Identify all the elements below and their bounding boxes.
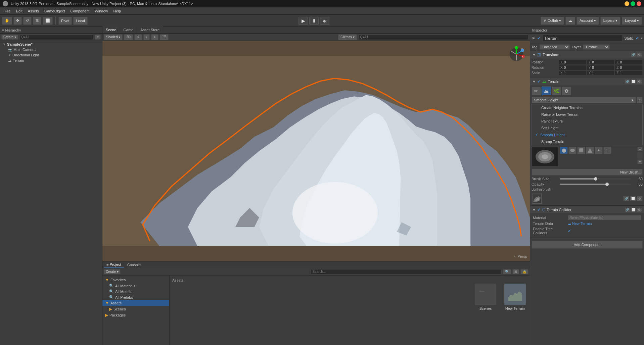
rot-x-field[interactable]: X 0 bbox=[559, 65, 587, 70]
paint-texture-item[interactable]: Paint Texture bbox=[532, 118, 642, 125]
static-dropdown-icon[interactable]: ▾ bbox=[641, 37, 643, 40]
brush-scroll-down[interactable]: ▼ bbox=[637, 159, 643, 164]
terrain-enabled-checkbox[interactable]: ✔ bbox=[537, 79, 541, 84]
layers-btn[interactable]: Layers ▾ bbox=[600, 17, 620, 25]
brush-opt-5[interactable]: ✦ bbox=[595, 147, 603, 154]
hierarchy-light-item[interactable]: ☀ Directional Light bbox=[5, 52, 102, 58]
light-toggle-btn[interactable]: ☀ bbox=[134, 34, 142, 40]
layout-btn[interactable]: Layout ▾ bbox=[622, 17, 642, 25]
brush-ctrl-1[interactable]: 🔗 bbox=[623, 196, 629, 201]
brush-opt-6[interactable]: ⬚ bbox=[603, 147, 611, 154]
terrain-data-value[interactable]: ⛰ New Terrain bbox=[568, 221, 592, 226]
console-tab[interactable]: Console bbox=[125, 262, 143, 267]
create-neighbor-item[interactable]: Create Neighbor Terrains bbox=[532, 104, 642, 111]
all-materials-item[interactable]: 🔍 All Materials bbox=[102, 283, 169, 289]
project-create-btn[interactable]: Create ▾ bbox=[104, 269, 121, 274]
scale-y-field[interactable]: Y 1 bbox=[587, 70, 615, 76]
terrain-collider-header[interactable]: ▼ ✔ ⬡ Terrain Collider 🔗 ⬜ ⚙ bbox=[530, 206, 644, 213]
terrain-sculpt-btn[interactable]: ⛰ bbox=[542, 87, 551, 95]
pos-x-field[interactable]: X 0 bbox=[559, 60, 587, 65]
game-tab[interactable]: Game bbox=[120, 27, 137, 33]
scene-canvas[interactable]: Y Z X < Persp bbox=[102, 41, 530, 261]
transform-link-btn[interactable]: 🔗 bbox=[631, 52, 636, 57]
cloud-btn[interactable]: ☁ bbox=[565, 17, 575, 25]
menu-gameobject[interactable]: GameObject bbox=[42, 8, 68, 14]
2d-btn[interactable]: 2D bbox=[124, 34, 133, 40]
favorites-folder[interactable]: ▼ Favorites bbox=[102, 277, 169, 283]
shaded-btn[interactable]: Shaded ▾ bbox=[104, 34, 123, 40]
step-btn[interactable]: ⏭ bbox=[320, 17, 329, 25]
static-checkbox[interactable]: ✔ bbox=[636, 36, 639, 41]
brush-preview[interactable] bbox=[532, 147, 558, 167]
terrain-paint-btn[interactable]: ✏ bbox=[532, 87, 541, 95]
menu-file[interactable]: File bbox=[2, 8, 13, 14]
terrain-comp-header[interactable]: ▼ ✔ ⛰ Terrain 🔗 ⬜ ⚙ bbox=[530, 78, 644, 85]
project-options-btn[interactable]: ⊞ bbox=[512, 269, 519, 274]
project-search-btn[interactable]: 🔍 bbox=[503, 269, 511, 274]
pause-btn[interactable]: ⏸ bbox=[309, 17, 319, 25]
object-visible-icon[interactable]: 👁 bbox=[532, 36, 535, 40]
scene-tab[interactable]: Scene bbox=[102, 27, 120, 33]
audio-toggle-btn[interactable]: ♪ bbox=[143, 34, 150, 40]
terrain-settings-btn[interactable]: ⚙ bbox=[637, 79, 642, 84]
pivot-btn[interactable]: Pivot bbox=[58, 17, 72, 25]
menu-component[interactable]: Component bbox=[67, 8, 92, 14]
collider-settings-btn[interactable]: ⚙ bbox=[637, 207, 642, 212]
builtin-brush-icon[interactable] bbox=[532, 193, 542, 204]
brush-opt-4[interactable] bbox=[586, 147, 594, 154]
rot-y-field[interactable]: Y 0 bbox=[587, 65, 615, 70]
brush-opt-3[interactable] bbox=[577, 147, 585, 154]
account-btn[interactable]: Account ▾ bbox=[577, 17, 599, 25]
rot-z-field[interactable]: Z 0 bbox=[615, 65, 643, 70]
all-prefabs-item[interactable]: 🔍 All Prefabs bbox=[102, 294, 169, 300]
transform-hand-btn[interactable]: ✋ bbox=[2, 17, 12, 25]
layer-select[interactable]: Default bbox=[583, 44, 610, 50]
camera-toggle-btn[interactable]: 🎬 bbox=[160, 34, 169, 40]
hierarchy-terrain-item[interactable]: ⛰ Terrain bbox=[5, 58, 102, 63]
object-name-field[interactable] bbox=[543, 35, 622, 42]
tag-select[interactable]: Untagged bbox=[540, 44, 570, 50]
menu-edit[interactable]: Edit bbox=[13, 8, 25, 14]
hierarchy-create-btn[interactable]: Create ▾ bbox=[1, 35, 18, 40]
project-tab[interactable]: ≡ Project bbox=[104, 262, 124, 267]
assets-folder[interactable]: ▼ Assets bbox=[102, 300, 169, 306]
transform-settings-btn[interactable]: ⚙ bbox=[637, 52, 642, 57]
brush-ctrl-3[interactable]: ⚙ bbox=[637, 196, 643, 201]
opacity-thumb[interactable] bbox=[605, 183, 609, 186]
collider-enabled-checkbox[interactable]: ✔ bbox=[537, 207, 541, 212]
collider-full-btn[interactable]: ⬜ bbox=[631, 207, 636, 212]
pos-z-field[interactable]: Z 0 bbox=[615, 60, 643, 65]
minimize-btn[interactable] bbox=[625, 1, 629, 6]
fx-toggle-btn[interactable]: ✦ bbox=[151, 34, 158, 40]
scenes-folder[interactable]: ▶ Scenes bbox=[102, 306, 169, 312]
add-component-btn[interactable]: Add Component bbox=[532, 241, 643, 249]
hierarchy-scene-item[interactable]: ▼ SampleScene* bbox=[0, 42, 102, 47]
play-btn[interactable]: ▶ bbox=[298, 17, 308, 25]
transform-rotate-btn[interactable]: ↺ bbox=[23, 17, 32, 25]
packages-folder[interactable]: ▶ Packages bbox=[102, 312, 169, 318]
transform-header[interactable]: ▼ ⊞ Transform 🔗 ⚙ bbox=[530, 51, 644, 58]
local-btn[interactable]: Local bbox=[73, 17, 87, 25]
smooth-height-menu-btn[interactable]: ≡ bbox=[637, 97, 643, 103]
scenes-asset[interactable]: Scenes bbox=[473, 282, 498, 312]
brush-ctrl-2[interactable]: ⬜ bbox=[630, 196, 636, 201]
enable-tree-checkbox[interactable]: ✔ bbox=[568, 229, 571, 233]
project-lock-btn[interactable]: 🔒 bbox=[520, 269, 528, 274]
material-value[interactable]: None (Physic Material) bbox=[568, 215, 641, 220]
maximize-btn[interactable] bbox=[631, 1, 635, 6]
close-btn[interactable] bbox=[637, 1, 641, 6]
project-search[interactable] bbox=[311, 269, 502, 275]
hierarchy-search[interactable] bbox=[19, 35, 93, 40]
stamp-terrain-item[interactable]: Stamp Terrain bbox=[532, 138, 642, 145]
pos-y-field[interactable]: Y 0 bbox=[587, 60, 615, 65]
menu-assets[interactable]: Assets bbox=[25, 8, 42, 14]
terrain-link-btn[interactable]: 🔗 bbox=[625, 79, 630, 84]
terrain-foliage-btn[interactable]: 🌿 bbox=[552, 87, 561, 95]
new-terrain-asset[interactable]: New Terrain bbox=[503, 282, 527, 312]
brush-opt-1[interactable]: ⬤ bbox=[560, 147, 568, 154]
brush-opt-2[interactable] bbox=[568, 147, 577, 154]
brush-size-thumb[interactable] bbox=[594, 177, 597, 181]
transform-move-btn[interactable]: ✥ bbox=[13, 17, 22, 25]
transform-rect-btn[interactable]: ⬜ bbox=[43, 17, 53, 25]
scale-x-field[interactable]: X 1 bbox=[559, 70, 587, 76]
